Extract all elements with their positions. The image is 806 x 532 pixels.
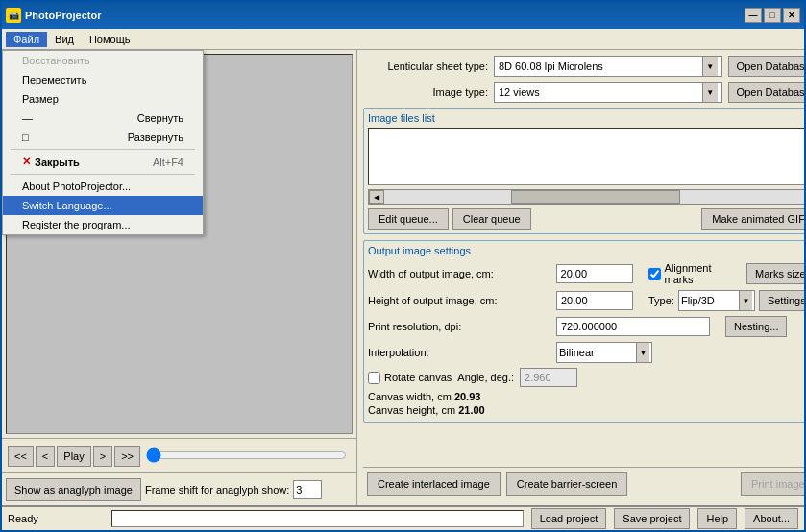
image-type-combo[interactable]: 12 views ▼ bbox=[494, 82, 722, 103]
minimize-button[interactable]: — bbox=[745, 8, 762, 23]
type-combo-arrow: ▼ bbox=[739, 291, 752, 310]
lenticular-label: Lenticular sheet type: bbox=[363, 60, 488, 72]
show-anaglyph-button[interactable]: Show as anaglyph image bbox=[6, 478, 141, 501]
move-label: Переместить bbox=[22, 74, 86, 85]
titlebar: 📷 PhotoProjector — □ ✕ bbox=[2, 2, 804, 29]
playback-slider-container bbox=[146, 447, 347, 465]
resolution-label: Print resolution, dpi: bbox=[368, 321, 550, 332]
create-interlaced-button[interactable]: Create interlaced image bbox=[367, 472, 501, 496]
alignment-marks-checkbox[interactable] bbox=[648, 268, 661, 280]
nesting-button[interactable]: Nesting... bbox=[725, 316, 787, 337]
scrollbar-thumb[interactable] bbox=[511, 190, 680, 204]
lenticular-combo[interactable]: 8D 60.08 lpi Microlens ▼ bbox=[494, 56, 722, 77]
marks-size-button[interactable]: Marks size... bbox=[746, 263, 804, 284]
lenticular-combo-arrow: ▼ bbox=[702, 57, 718, 76]
canvas-width-label: Canvas width, cm bbox=[368, 391, 452, 402]
next-button[interactable]: > bbox=[93, 446, 112, 467]
interpolation-combo-arrow: ▼ bbox=[636, 343, 649, 362]
image-files-section: Image files list ◀ ▶ Edit queue... Clear… bbox=[363, 108, 804, 234]
save-project-button[interactable]: Save project bbox=[614, 508, 690, 529]
alignment-row: Alignment marks Marks size... bbox=[648, 262, 804, 285]
type-combo[interactable]: Flip/3D ▼ bbox=[678, 290, 755, 311]
width-label: Width of output image, cm: bbox=[368, 268, 550, 279]
about-button[interactable]: About... bbox=[745, 508, 798, 529]
menu-size[interactable]: Размер bbox=[3, 89, 203, 109]
image-type-row: Image type: 12 views ▼ Open Database... bbox=[363, 82, 804, 103]
clear-queue-button[interactable]: Clear queue bbox=[452, 208, 531, 230]
help-button[interactable]: Help bbox=[697, 508, 737, 529]
menu-close[interactable]: ✕ Закрыть Alt+F4 bbox=[3, 152, 203, 172]
maximize-button[interactable]: □ bbox=[764, 8, 781, 23]
lenticular-combo-text: 8D 60.08 lpi Microlens bbox=[499, 60, 702, 72]
files-buttons: Edit queue... Clear queue Make animated … bbox=[368, 208, 804, 230]
status-input[interactable] bbox=[111, 510, 524, 527]
type-row: Type: Flip/3D ▼ Settings... bbox=[648, 290, 804, 311]
main-window: 📷 PhotoProjector — □ ✕ Файл Вид Помощь В… bbox=[0, 0, 806, 532]
maximize-prefix: □ bbox=[22, 132, 29, 143]
open-db-button-2[interactable]: Open Database... bbox=[728, 82, 804, 103]
interpolation-combo[interactable]: Bilinear ▼ bbox=[556, 342, 652, 363]
menu-about-photo[interactable]: About PhotoProjector... bbox=[3, 177, 203, 196]
frame-shift-label: Frame shift for anaglyph show: bbox=[145, 484, 289, 496]
rotate-row: Rotate canvas Angle, deg.: bbox=[368, 368, 804, 387]
nesting-col: Nesting... bbox=[725, 316, 787, 337]
menu-item-file[interactable]: Файл bbox=[6, 32, 47, 47]
frame-shift-input[interactable] bbox=[293, 480, 322, 499]
prev-prev-button[interactable]: << bbox=[8, 446, 34, 467]
edit-queue-button[interactable]: Edit queue... bbox=[368, 208, 449, 230]
load-project-button[interactable]: Load project bbox=[531, 508, 607, 529]
files-list[interactable] bbox=[368, 128, 804, 185]
width-input[interactable] bbox=[556, 264, 633, 283]
file-dropdown-menu: Восстановить Переместить Размер — Сверну… bbox=[2, 50, 204, 235]
anaglyph-bar: Show as anaglyph image Frame shift for a… bbox=[2, 472, 356, 505]
play-button[interactable]: Play bbox=[57, 446, 90, 467]
angle-input[interactable] bbox=[520, 368, 577, 387]
playback-slider[interactable] bbox=[146, 447, 347, 463]
settings-button[interactable]: Settings... bbox=[759, 290, 804, 311]
separator-2 bbox=[11, 174, 195, 175]
right-panel: Lenticular sheet type: 8D 60.08 lpi Micr… bbox=[357, 50, 804, 505]
menu-register[interactable]: Register the program... bbox=[3, 215, 203, 234]
scrollbar-left-arrow[interactable]: ◀ bbox=[369, 190, 384, 204]
menu-move[interactable]: Переместить bbox=[3, 70, 203, 89]
menu-restore: Восстановить bbox=[3, 51, 203, 70]
open-db-button-1[interactable]: Open Database... bbox=[728, 56, 804, 77]
canvas-dimensions: Canvas width, cm 20.93 Canvas height, cm… bbox=[368, 391, 804, 416]
about-photo-label: About PhotoProjector... bbox=[22, 181, 131, 192]
action-bar: Create interlaced image Create barrier-s… bbox=[363, 467, 804, 499]
app-icon: 📷 bbox=[6, 8, 21, 23]
lenticular-row: Lenticular sheet type: 8D 60.08 lpi Micr… bbox=[363, 56, 804, 77]
statusbar: Ready Load project Save project Help Abo… bbox=[2, 505, 804, 530]
menu-minimize[interactable]: — Свернуть bbox=[3, 109, 203, 128]
separator-1 bbox=[11, 149, 195, 150]
height-row: Height of output image, cm: Type: Flip/3… bbox=[368, 290, 804, 311]
height-input[interactable] bbox=[556, 291, 633, 310]
maximize-label: Развернуть bbox=[128, 132, 183, 143]
resolution-input[interactable] bbox=[556, 317, 710, 336]
canvas-width-value: 20.93 bbox=[454, 391, 481, 402]
window-title: PhotoProjector bbox=[25, 10, 101, 21]
menu-item-view[interactable]: Вид bbox=[47, 32, 82, 47]
image-type-label: Image type: bbox=[363, 86, 488, 98]
close-button[interactable]: ✕ bbox=[783, 8, 800, 23]
output-section: Output image settings Width of output im… bbox=[363, 240, 804, 423]
menu-switch-language[interactable]: Switch Language... bbox=[3, 196, 203, 215]
next-next-button[interactable]: >> bbox=[114, 446, 140, 467]
alignment-marks-label: Alignment marks bbox=[648, 262, 744, 285]
menu-item-help[interactable]: Помощь bbox=[82, 32, 138, 47]
scrollbar-track[interactable] bbox=[384, 190, 804, 204]
menu-maximize[interactable]: □ Развернуть bbox=[3, 128, 203, 147]
canvas-height-value: 21.00 bbox=[458, 404, 485, 416]
rotate-canvas-label: Rotate canvas bbox=[368, 372, 452, 384]
output-label: Output image settings bbox=[368, 245, 804, 256]
rotate-canvas-checkbox[interactable] bbox=[368, 372, 380, 384]
titlebar-left: 📷 PhotoProjector bbox=[6, 8, 101, 23]
image-type-combo-text: 12 views bbox=[499, 86, 702, 98]
image-type-combo-arrow: ▼ bbox=[702, 83, 718, 102]
make-gif-button[interactable]: Make animated GIF... bbox=[701, 208, 804, 230]
prev-button[interactable]: < bbox=[36, 446, 55, 467]
close-shortcut: Alt+F4 bbox=[153, 157, 183, 168]
resolution-row: Print resolution, dpi: Nesting... bbox=[368, 316, 804, 337]
create-barrier-button[interactable]: Create barrier-screen bbox=[506, 472, 628, 496]
print-button[interactable]: Print image... bbox=[741, 472, 804, 496]
